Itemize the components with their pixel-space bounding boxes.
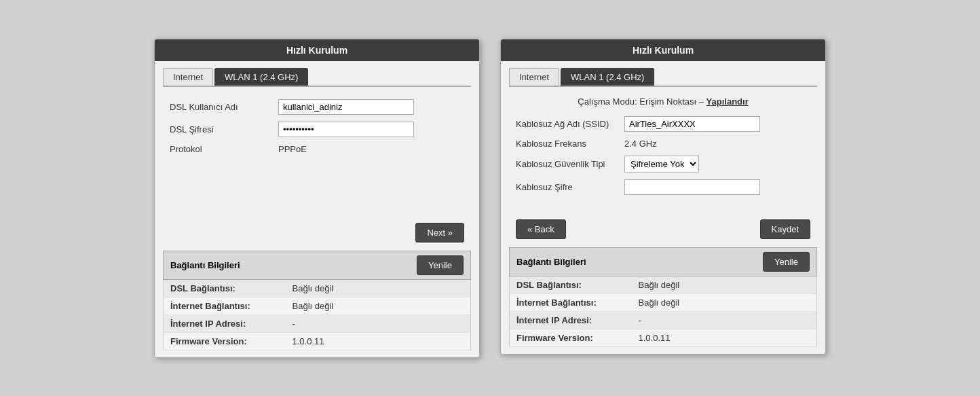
info-value: -: [632, 311, 817, 329]
protocol-label: Protokol: [170, 144, 278, 154]
panel2-title: Hızlı Kurulum: [501, 39, 825, 61]
table-row: İnternet Bağlantısı: Bağlı değil: [510, 293, 817, 311]
table-row: İnternet Bağlantısı: Bağlı değil: [164, 297, 471, 314]
info-value: Bağlı değil: [286, 297, 471, 314]
info-label: İnternet IP Adresi:: [510, 311, 632, 329]
info-value: Bağlı değil: [632, 276, 817, 294]
table-row: DSL Bağlantısı: Bağlı değil: [164, 280, 471, 298]
password-row: Kablosuz Şifre: [516, 179, 810, 195]
table-row: İnternet IP Adresi: -: [510, 311, 817, 329]
table-row: İnternet IP Adresi: -: [164, 314, 471, 332]
panel2-info: Bağlantı Bilgileri Yenile DSL Bağlantısı…: [509, 247, 817, 347]
save-button[interactable]: Kaydet: [760, 219, 810, 239]
dsl-pass-row: DSL Şifresi: [170, 122, 464, 137]
info-label: İnternet IP Adresi:: [164, 314, 286, 332]
tab-wlan-2[interactable]: WLAN 1 (2.4 GHz): [561, 68, 654, 86]
working-mode-row: Çalışma Modu: Erişim Noktası – Yapılandı…: [509, 96, 817, 107]
info-label: Firmware Version:: [510, 329, 632, 346]
ssid-input[interactable]: [624, 116, 760, 132]
dsl-user-label: DSL Kullanıcı Adı: [170, 102, 278, 112]
panel1-refresh-button[interactable]: Yenile: [417, 255, 464, 275]
panel2-info-table: DSL Bağlantısı: Bağlı değil İnternet Bağ…: [509, 276, 817, 347]
table-row: Firmware Version: 1.0.0.11: [164, 332, 471, 350]
tab-wlan-1[interactable]: WLAN 1 (2.4 GHz): [214, 68, 308, 86]
freq-row: Kablosuz Frekans 2.4 GHz: [516, 139, 810, 149]
panel2-info-header: Bağlantı Bilgileri Yenile: [509, 247, 817, 276]
ssid-row: Kablosuz Ağ Adı (SSID): [516, 116, 810, 132]
table-row: DSL Bağlantısı: Bağlı değil: [510, 276, 817, 294]
back-button[interactable]: « Back: [516, 219, 566, 239]
table-row: Firmware Version: 1.0.0.11: [510, 329, 817, 346]
panel1-info-title: Bağlantı Bilgileri: [170, 260, 240, 270]
dsl-pass-input[interactable]: [278, 122, 414, 137]
security-label: Kablosuz Güvenlik Tipi: [516, 159, 624, 169]
info-value: Bağlı değil: [632, 293, 817, 311]
ssid-label: Kablosuz Ağ Adı (SSID): [516, 119, 624, 129]
panel2-tabs: Internet WLAN 1 (2.4 GHz): [509, 68, 817, 87]
panel2-button-row: « Back Kaydet: [509, 215, 817, 246]
freq-value: 2.4 GHz: [624, 139, 657, 149]
protocol-value: PPPoE: [278, 144, 307, 154]
info-value: 1.0.0.11: [632, 329, 817, 346]
panel1-info-table: DSL Bağlantısı: Bağlı değil İnternet Bağ…: [163, 280, 471, 350]
panel-internet: Hızlı Kurulum Internet WLAN 1 (2.4 GHz) …: [154, 39, 480, 358]
panel1-button-row: Next »: [163, 219, 471, 249]
tab-internet-1[interactable]: Internet: [163, 68, 213, 86]
dsl-user-input[interactable]: [278, 99, 414, 115]
freq-label: Kablosuz Frekans: [516, 139, 624, 149]
password-label: Kablosuz Şifre: [516, 182, 624, 192]
info-label: Firmware Version:: [164, 332, 286, 350]
info-value: -: [286, 314, 471, 332]
panel1-info-header: Bağlantı Bilgileri Yenile: [163, 251, 471, 280]
panel1-tabs: Internet WLAN 1 (2.4 GHz): [163, 68, 471, 87]
next-button[interactable]: Next »: [415, 223, 464, 242]
info-label: İnternet Bağlantısı:: [510, 293, 632, 311]
panel-wlan: Hızlı Kurulum Internet WLAN 1 (2.4 GHz) …: [500, 39, 826, 355]
panel1-title: Hızlı Kurulum: [155, 39, 479, 61]
dsl-pass-label: DSL Şifresi: [170, 124, 278, 134]
tab-internet-2[interactable]: Internet: [509, 68, 559, 86]
panel2-form: Kablosuz Ağ Adı (SSID) Kablosuz Frekans …: [509, 113, 817, 215]
info-label: İnternet Bağlantısı:: [164, 297, 286, 314]
password-input[interactable]: [624, 179, 760, 195]
dsl-user-row: DSL Kullanıcı Adı: [170, 99, 464, 115]
info-label: DSL Bağlantısı:: [510, 276, 632, 294]
panel1-form: DSL Kullanıcı Adı DSL Şifresi Protokol P…: [163, 96, 471, 219]
info-label: DSL Bağlantısı:: [164, 280, 286, 298]
info-value: 1.0.0.11: [286, 332, 471, 350]
panel2-title-text: Hızlı Kurulum: [633, 45, 694, 56]
panel1-title-text: Hızlı Kurulum: [286, 45, 347, 56]
protocol-row: Protokol PPPoE: [170, 144, 464, 154]
working-mode-value: Yapılandır: [706, 96, 749, 107]
security-select[interactable]: Şifreleme Yok: [624, 156, 699, 173]
panel1-info: Bağlantı Bilgileri Yenile DSL Bağlantısı…: [163, 251, 471, 350]
security-row: Kablosuz Güvenlik Tipi Şifreleme Yok: [516, 156, 810, 173]
panel2-info-title: Bağlantı Bilgileri: [516, 257, 586, 267]
panel2-refresh-button[interactable]: Yenile: [763, 252, 810, 272]
info-value: Bağlı değil: [286, 280, 471, 298]
